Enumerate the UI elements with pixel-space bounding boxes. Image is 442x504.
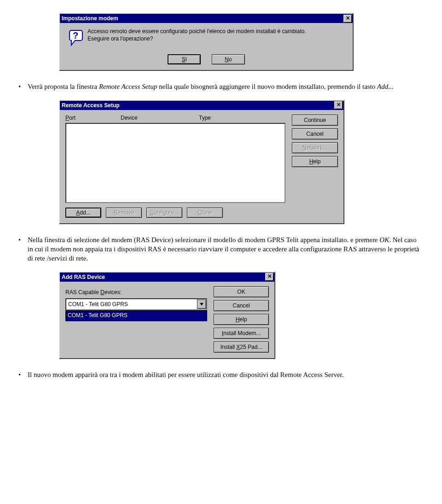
svg-text:?: ? bbox=[73, 30, 78, 41]
dialog-title: Remote Access Setup bbox=[62, 102, 120, 109]
paragraph-2: • Nella finestra di selezione del modem … bbox=[18, 235, 424, 263]
close-icon[interactable]: ✕ bbox=[265, 273, 273, 281]
cancel-button[interactable]: Cancel bbox=[292, 128, 338, 139]
continue-button[interactable]: Continue bbox=[292, 115, 338, 126]
chevron-down-icon[interactable] bbox=[197, 300, 206, 309]
question-icon: ? bbox=[65, 28, 87, 47]
list-headers: Port Device Type bbox=[65, 115, 285, 121]
svg-marker-1 bbox=[200, 303, 204, 306]
dialog-title: Add RAS Device bbox=[62, 274, 105, 280]
close-icon[interactable]: ✕ bbox=[334, 101, 343, 109]
paragraph-1: • Verrà proposta la finestra Remote Acce… bbox=[18, 82, 424, 92]
dialog-add-ras-device: Add RAS Device ✕ RAS Capable Devices: CO… bbox=[59, 272, 275, 359]
titlebar: Remote Access Setup ✕ bbox=[60, 101, 343, 110]
combo-option[interactable]: COM1 - Telit G80 GPRS bbox=[66, 311, 207, 321]
configure-button[interactable]: Configure... bbox=[146, 208, 182, 218]
dialog-impostazione-modem: Impostazione modem ✕ ? Accesso remoto de… bbox=[59, 13, 354, 71]
titlebar: Add RAS Device ✕ bbox=[60, 272, 274, 282]
add-button[interactable]: Add... bbox=[65, 208, 101, 218]
dialog-title: Impostazione modem bbox=[62, 15, 118, 22]
clone-button[interactable]: Clone bbox=[187, 208, 223, 218]
help-button[interactable]: Help bbox=[214, 314, 269, 325]
dialog-remote-access-setup: Remote Access Setup ✕ Port Device Type A… bbox=[59, 100, 344, 224]
paragraph-3: • Il nuovo modem apparirà ora tra i mode… bbox=[18, 370, 424, 380]
no-button[interactable]: No bbox=[212, 54, 245, 64]
combo-value: COM1 - Telit G80 GPRS bbox=[68, 301, 128, 307]
network-button[interactable]: Network... bbox=[292, 142, 338, 153]
devices-label: RAS Capable Devices: bbox=[65, 289, 207, 295]
yes-button[interactable]: Sì bbox=[168, 54, 201, 64]
dialog-message: Accesso remoto deve essere configurato p… bbox=[87, 28, 347, 42]
help-button[interactable]: Help bbox=[292, 156, 338, 167]
cancel-button[interactable]: Cancel bbox=[214, 300, 269, 311]
close-icon[interactable]: ✕ bbox=[343, 15, 352, 23]
combo-dropdown[interactable]: COM1 - Telit G80 GPRS bbox=[65, 310, 207, 321]
device-listbox[interactable] bbox=[65, 123, 285, 203]
devices-combobox[interactable]: COM1 - Telit G80 GPRS COM1 - Telit G80 G… bbox=[65, 298, 207, 321]
ok-button[interactable]: OK bbox=[214, 286, 269, 297]
titlebar: Impostazione modem ✕ bbox=[60, 14, 353, 23]
install-x25-button[interactable]: Install X25 Pad... bbox=[214, 342, 269, 353]
remove-button[interactable]: Remove bbox=[106, 208, 142, 218]
install-modem-button[interactable]: Install Modem... bbox=[214, 328, 269, 339]
